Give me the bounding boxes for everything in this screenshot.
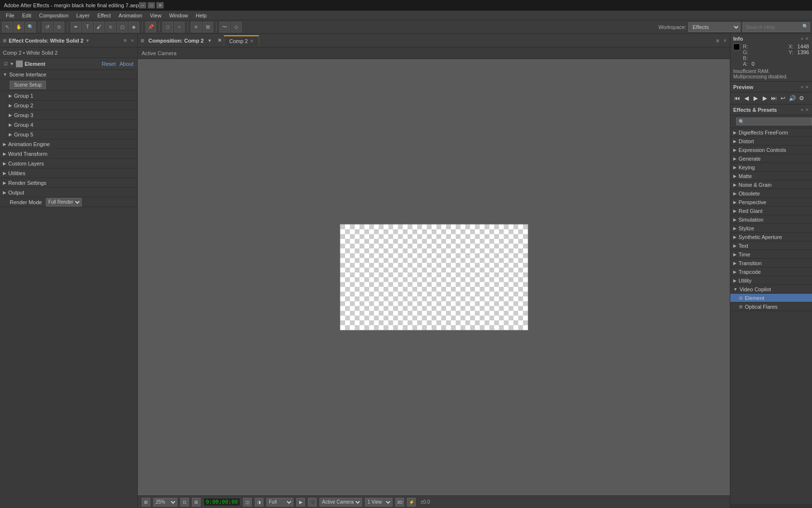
group4-item[interactable]: ▶ Group 4 <box>6 120 137 130</box>
preview-settings-btn[interactable]: ⚙ <box>798 94 805 102</box>
effect-group-noise[interactable]: ▶ Noise & Grain <box>730 180 812 189</box>
eraser-tool[interactable]: ◻ <box>117 22 128 32</box>
brush-tool[interactable]: 🖌 <box>94 22 104 32</box>
smoother[interactable]: ◇ <box>231 22 242 32</box>
effect-group-text[interactable]: ▶ Text <box>730 241 812 250</box>
selection-tool[interactable]: ↖ <box>2 22 13 32</box>
scene-interface-item[interactable]: ▼ Scene Interface <box>0 70 137 79</box>
menu-edit[interactable]: Edit <box>18 11 35 20</box>
camera-view-select[interactable]: Active Camera Front Top <box>319 498 362 507</box>
menu-file[interactable]: File <box>2 11 18 20</box>
effect-group-digieffects[interactable]: ▶ Digieffects FreeForm <box>730 128 812 137</box>
info-menu-btn[interactable]: ≡ <box>801 36 803 41</box>
skip-to-start-btn[interactable]: ⏮ <box>733 94 741 102</box>
maximize-button[interactable]: □ <box>147 2 155 9</box>
comp2-tab[interactable]: Comp 2 ✕ <box>224 35 259 46</box>
menu-effect[interactable]: Effect <box>93 11 115 20</box>
group2-item[interactable]: ▶ Group 2 <box>6 101 137 110</box>
effects-menu-btn[interactable]: ≡ <box>801 107 803 112</box>
effect-group-perspective[interactable]: ▶ Perspective <box>730 198 812 207</box>
snap-to-grid-btn[interactable]: ⊞ <box>142 498 150 507</box>
preview-close-btn[interactable]: ✕ <box>805 85 809 90</box>
preview-menu-btn[interactable]: ≡ <box>801 85 803 90</box>
camera-switch-btn[interactable]: 🎥 <box>308 498 317 507</box>
reset-button[interactable]: Reset <box>102 61 116 67</box>
shape-tool-rect[interactable]: □ <box>162 22 173 32</box>
workspace-dropdown[interactable]: Effects Standard Motion Tracking <box>688 22 740 32</box>
shape-tool-ellipse[interactable]: ○ <box>174 22 185 32</box>
render-settings-item[interactable]: ▶ Render Settings <box>0 178 137 188</box>
effects-close-btn[interactable]: ✕ <box>805 107 809 112</box>
motion-sketch[interactable]: 〜 <box>219 22 230 32</box>
panel-menu-button[interactable]: ≡ <box>124 38 127 43</box>
orbit-tool[interactable]: ⊙ <box>54 22 64 32</box>
effect-group-generate[interactable]: ▶ Generate <box>730 154 812 163</box>
effect-group-synthetic[interactable]: ▶ Synthetic Aperture <box>730 233 812 241</box>
comp-panel-close[interactable]: ✕ <box>723 38 727 43</box>
scene-setup-button[interactable]: Scene Setup <box>10 81 46 89</box>
about-button[interactable]: About <box>119 61 133 67</box>
effect-group-simulation[interactable]: ▶ Simulation <box>730 215 812 224</box>
effect-group-obsolete[interactable]: ▶ Obsolete <box>730 189 812 198</box>
loop-btn[interactable]: ↩ <box>779 94 787 102</box>
group5-item[interactable]: ▶ Group 5 <box>6 130 137 139</box>
comp-menu-button[interactable]: ≡ <box>716 38 719 44</box>
hand-tool[interactable]: ✋ <box>14 22 24 32</box>
effect-group-matte[interactable]: ▶ Matte <box>730 172 812 180</box>
effect-group-keying[interactable]: ▶ Keying <box>730 163 812 172</box>
element-checkbox[interactable]: ☑ <box>4 61 8 66</box>
next-frame-btn[interactable]: ▶ <box>761 94 768 102</box>
3d-view-btn[interactable]: 3D <box>395 498 404 507</box>
stamp-tool[interactable]: ⎋ <box>105 22 116 32</box>
skip-to-end-btn[interactable]: ⏭ <box>770 94 778 102</box>
resolution-select[interactable]: Full Half Quarter <box>266 498 293 507</box>
render-mode-select[interactable]: Full Render Draft Wireframe <box>46 198 82 207</box>
world-transform-item[interactable]: ▶ World Transform <box>0 149 137 159</box>
audio-btn[interactable]: 🔊 <box>788 94 796 102</box>
comp-dropdown-arrow[interactable]: ▼ <box>207 38 212 43</box>
effects-search-input[interactable] <box>736 118 812 125</box>
element-expand-icon[interactable]: ▼ <box>10 61 14 66</box>
effect-child-element[interactable]: ⊞ Element <box>730 294 812 302</box>
rotate-tool[interactable]: ↺ <box>42 22 53 32</box>
menu-composition[interactable]: Composition <box>35 11 72 20</box>
fit-btn[interactable]: ⊡ <box>180 498 189 507</box>
effect-group-stylize[interactable]: ▶ Stylize <box>730 224 812 233</box>
output-item[interactable]: ▶ Output <box>0 188 137 197</box>
pen-tool[interactable]: ✒ <box>71 22 81 32</box>
custom-layers-item[interactable]: ▶ Custom Layers <box>0 159 137 168</box>
menu-help[interactable]: Help <box>192 11 211 20</box>
roto-tool[interactable]: ◈ <box>129 22 139 32</box>
effect-group-utility[interactable]: ▶ Utility <box>730 276 812 285</box>
grid-btn[interactable]: ⊞ <box>192 498 201 507</box>
search-help-input[interactable] <box>742 22 810 32</box>
text-tool[interactable]: T <box>82 22 93 32</box>
close-button[interactable]: ✕ <box>156 2 164 9</box>
menu-window[interactable]: Window <box>165 11 192 20</box>
play-btn[interactable]: ▶ <box>752 94 759 102</box>
comp2-tab-close[interactable]: ✕ <box>250 39 254 44</box>
align-tool[interactable]: ≡ <box>191 22 202 32</box>
fast-preview-btn[interactable]: ⚡ <box>407 498 416 507</box>
animation-engine-item[interactable]: ▶ Animation Engine <box>0 139 137 149</box>
zoom-tool[interactable]: 🔍 <box>25 22 36 32</box>
menu-view[interactable]: View <box>146 11 165 20</box>
menu-animation[interactable]: Animation <box>115 11 146 20</box>
view-count-select[interactable]: 1 View 2 Views 4 Views <box>365 498 392 507</box>
info-close-btn[interactable]: ✕ <box>805 36 809 41</box>
effect-group-distort[interactable]: ▶ Distort <box>730 137 812 146</box>
prev-frame-btn[interactable]: ◀ <box>742 94 750 102</box>
effect-group-expression[interactable]: ▶ Expression Controls <box>730 146 812 154</box>
panel-close-button[interactable]: ✕ <box>130 38 134 43</box>
effect-group-trapcode[interactable]: ▶ Trapcode <box>730 268 812 276</box>
zoom-select[interactable]: 25% 50% 100% <box>153 498 177 507</box>
panel-expand-button[interactable]: ▼ <box>86 38 90 43</box>
effect-group-time[interactable]: ▶ Time <box>730 250 812 259</box>
effect-group-redgiant[interactable]: ▶ Red Giant <box>730 207 812 215</box>
group3-item[interactable]: ▶ Group 3 <box>6 110 137 120</box>
menu-layer[interactable]: Layer <box>72 11 94 20</box>
puppet-pin-tool[interactable]: 📌 <box>145 22 156 32</box>
snap-tool[interactable]: ⊞ <box>203 22 213 32</box>
group1-item[interactable]: ▶ Group 1 <box>6 91 137 101</box>
region-of-interest-btn[interactable]: ◫ <box>243 498 252 507</box>
